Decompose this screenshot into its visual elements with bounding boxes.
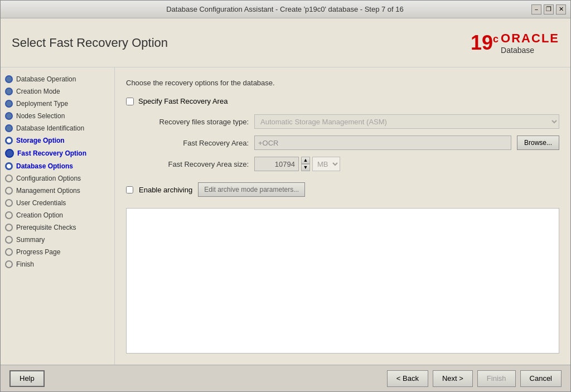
nav-label-2: Deployment Type [16, 100, 68, 108]
description-text: Choose the recovery options for the data… [126, 79, 559, 87]
specify-recovery-row: Specify Fast Recovery Area [126, 97, 559, 105]
nav-label-0: Database Operation [16, 75, 76, 83]
enable-archiving-label[interactable]: Enable archiving [139, 186, 192, 194]
archive-row: Enable archiving Edit archive mode param… [126, 182, 559, 197]
main-content: Database OperationCreation ModeDeploymen… [1, 67, 570, 365]
sidebar-item-finish: Finish [1, 258, 114, 270]
size-row: Fast Recovery Area size: ▲ ▼ MB [137, 157, 559, 171]
nav-dot-1 [5, 88, 13, 95]
sidebar: Database OperationCreation ModeDeploymen… [1, 67, 115, 365]
nav-dot-4 [5, 124, 13, 132]
specify-recovery-label[interactable]: Specify Fast Recovery Area [138, 97, 228, 105]
nav-dot-13 [5, 236, 13, 244]
sidebar-item-nodes-selection[interactable]: Nodes Selection [1, 110, 114, 122]
recovery-area-label: Fast Recovery Area: [137, 139, 249, 147]
recovery-area-row: Fast Recovery Area: Browse... [137, 135, 559, 150]
window-controls: − ❐ ✕ [531, 4, 566, 14]
close-button[interactable]: ✕ [556, 4, 566, 14]
storage-type-select[interactable]: Automatic Storage Management (ASM) [254, 114, 559, 129]
nav-dot-10 [5, 199, 13, 207]
footer: Help < Back Next > Finish Cancel [1, 365, 570, 391]
nav-dot-3 [5, 112, 13, 120]
footer-nav-buttons: < Back Next > Finish Cancel [387, 370, 562, 387]
size-increment-button[interactable]: ▲ [301, 157, 310, 164]
page-title: Select Fast Recovery Option [12, 36, 168, 50]
nav-dot-5 [5, 137, 13, 144]
nav-label-8: Configuration Options [16, 175, 81, 182]
edit-archive-button[interactable]: Edit archive mode parameters... [198, 182, 305, 197]
recovery-area-input[interactable] [254, 135, 511, 150]
sidebar-item-deployment-type[interactable]: Deployment Type [1, 98, 114, 110]
nav-dot-2 [5, 100, 13, 108]
help-button[interactable]: Help [9, 370, 45, 387]
content-area: Choose the recovery options for the data… [115, 67, 570, 365]
nav-label-11: Creation Option [16, 211, 63, 219]
recovery-form: Recovery files storage type: Automatic S… [137, 114, 559, 171]
nav-label-1: Creation Mode [16, 88, 60, 95]
header: Select Fast Recovery Option 19c ORACLE D… [1, 18, 570, 67]
sidebar-item-fast-recovery-option[interactable]: Fast Recovery Option [1, 147, 114, 160]
window-title: Database Configuration Assistant - Creat… [38, 5, 531, 13]
enable-archiving-checkbox[interactable] [126, 186, 133, 193]
nav-dot-15 [5, 260, 13, 268]
nav-label-14: Progress Page [16, 248, 60, 256]
oracle-logo: 19c ORACLE Database [471, 31, 559, 55]
nav-label-7: Database Options [16, 162, 73, 170]
nav-label-13: Summary [16, 236, 45, 244]
nav-dot-8 [5, 175, 13, 182]
nav-label-15: Finish [16, 260, 34, 268]
cancel-button[interactable]: Cancel [520, 370, 562, 387]
storage-type-row: Recovery files storage type: Automatic S… [137, 114, 559, 129]
restore-button[interactable]: ❐ [544, 4, 554, 14]
finish-button[interactable]: Finish [477, 370, 516, 387]
sidebar-item-configuration-options: Configuration Options [1, 172, 114, 185]
size-unit-select[interactable]: MB [312, 157, 340, 171]
sidebar-item-creation-option: Creation Option [1, 209, 114, 221]
nav-label-9: Management Options [16, 187, 80, 195]
browse-button[interactable]: Browse... [517, 135, 559, 150]
nav-dot-11 [5, 211, 13, 219]
size-decrement-button[interactable]: ▼ [301, 164, 310, 171]
sidebar-item-summary: Summary [1, 234, 114, 246]
nav-label-12: Prerequisite Checks [16, 224, 76, 231]
nav-label-5: Storage Option [16, 137, 65, 144]
size-spinner: ▲ ▼ [301, 157, 310, 171]
sidebar-item-storage-option[interactable]: Storage Option [1, 134, 114, 147]
oracle-version: 19c [471, 31, 499, 55]
nav-label-6: Fast Recovery Option [17, 149, 86, 157]
sidebar-item-database-options[interactable]: Database Options [1, 160, 114, 172]
notes-area [126, 208, 559, 354]
nav-label-10: User Credentials [16, 199, 66, 207]
main-window: Database Configuration Assistant - Creat… [0, 0, 571, 392]
sidebar-item-user-credentials: User Credentials [1, 197, 114, 209]
sidebar-item-database-identification[interactable]: Database Identification [1, 122, 114, 134]
nav-label-3: Nodes Selection [16, 112, 65, 120]
size-input[interactable] [254, 157, 299, 171]
minimize-button[interactable]: − [531, 4, 541, 14]
sidebar-item-progress-page: Progress Page [1, 246, 114, 258]
size-label: Fast Recovery Area size: [137, 160, 249, 168]
title-bar: Database Configuration Assistant - Creat… [1, 1, 570, 18]
nav-label-4: Database Identification [16, 124, 84, 132]
nav-dot-6 [5, 149, 14, 158]
nav-dot-9 [5, 187, 13, 195]
sidebar-item-prerequisite-checks: Prerequisite Checks [1, 221, 114, 234]
size-controls: ▲ ▼ MB [254, 157, 340, 171]
oracle-product: Database [501, 46, 534, 55]
back-button[interactable]: < Back [387, 370, 428, 387]
sidebar-item-creation-mode[interactable]: Creation Mode [1, 85, 114, 98]
specify-recovery-checkbox[interactable] [126, 98, 134, 105]
nav-dot-7 [5, 162, 13, 170]
sidebar-item-database-operation[interactable]: Database Operation [1, 73, 114, 85]
nav-dot-0 [5, 75, 13, 83]
next-button[interactable]: Next > [433, 370, 473, 387]
sidebar-item-management-options: Management Options [1, 185, 114, 197]
nav-dot-14 [5, 248, 13, 256]
nav-dot-12 [5, 224, 13, 231]
oracle-brand: ORACLE [501, 31, 559, 46]
storage-type-label: Recovery files storage type: [137, 118, 249, 126]
